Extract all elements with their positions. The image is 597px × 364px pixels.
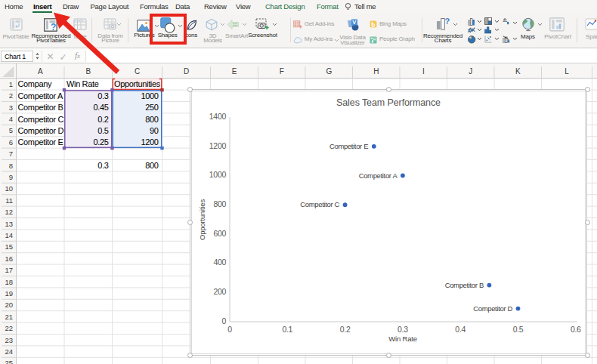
svg-text:0.5: 0.5 — [513, 325, 524, 334]
svg-text:600: 600 — [213, 229, 226, 238]
svg-text:V: V — [352, 19, 356, 26]
svg-text:0.4: 0.4 — [455, 325, 466, 334]
svg-text:200: 200 — [213, 287, 226, 296]
svg-text:0.3: 0.3 — [397, 325, 408, 334]
svg-text:0.6: 0.6 — [571, 325, 581, 334]
svg-text:400: 400 — [213, 258, 226, 267]
svg-text:Competitor C: Competitor C — [300, 200, 339, 208]
svg-text:Sales Team Performance: Sales Team Performance — [336, 97, 441, 108]
svg-text:Competitor B: Competitor B — [445, 281, 484, 289]
svg-text:0.1: 0.1 — [282, 325, 292, 334]
svg-text:Opportunities: Opportunities — [198, 199, 206, 240]
svg-text:1400: 1400 — [209, 112, 227, 121]
svg-text:0: 0 — [227, 325, 232, 334]
svg-text:1200: 1200 — [209, 141, 227, 150]
svg-text:0.2: 0.2 — [340, 325, 351, 334]
svg-text:Win Rate: Win Rate — [388, 335, 416, 343]
svg-text:Competitor D: Competitor D — [473, 304, 512, 313]
svg-text:0: 0 — [221, 316, 226, 325]
svg-text:?: ? — [444, 17, 450, 26]
svg-text:Competitor A: Competitor A — [359, 171, 398, 180]
svg-text:Competitor E: Competitor E — [329, 142, 368, 150]
svg-text:1000: 1000 — [209, 170, 227, 179]
svg-text:800: 800 — [213, 199, 226, 208]
